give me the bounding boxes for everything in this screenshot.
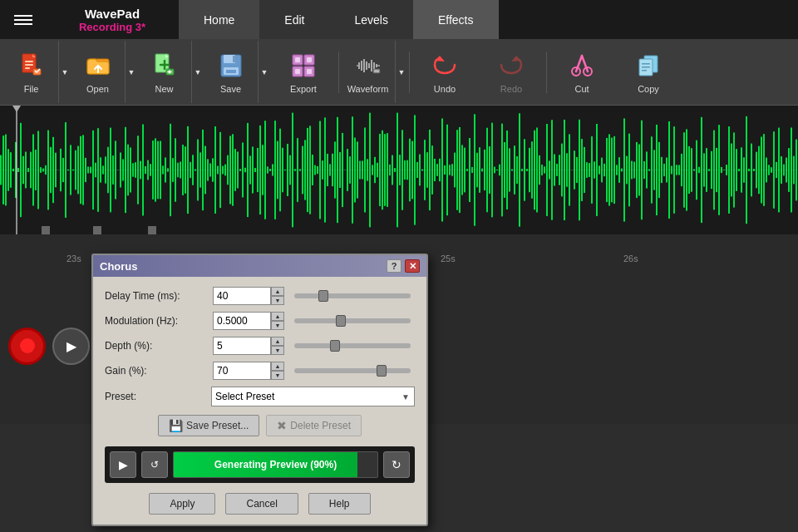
dialog-actions: Apply Cancel Help (105, 493, 415, 515)
gain-slider[interactable] (294, 368, 411, 373)
dialog-title: Chorus (100, 260, 138, 273)
modulation-thumb[interactable] (336, 315, 346, 327)
delay-time-label: Delay Time (ms): (105, 290, 213, 302)
modulation-up[interactable]: ▲ (271, 312, 284, 321)
gain-thumb[interactable] (377, 365, 387, 377)
delay-time-up[interactable]: ▲ (271, 287, 284, 296)
preset-row: Preset: Select Preset (105, 387, 415, 406)
dialog-help-button[interactable]: ? (387, 259, 401, 273)
preview-reset-button[interactable]: ↻ (383, 451, 410, 478)
preview-progress-container: Generating Preview (90%) (173, 451, 378, 478)
gain-down[interactable]: ▼ (271, 371, 284, 380)
dialog-body: Delay Time (ms): ▲ ▼ Modulation (Hz): (93, 277, 426, 525)
preview-reset-icon: ↻ (392, 458, 401, 471)
depth-up[interactable]: ▲ (271, 337, 284, 346)
depth-slider[interactable] (294, 343, 411, 348)
save-preset-button[interactable]: 💾 Save Preset... (158, 415, 259, 436)
preset-select[interactable]: Select Preset (211, 387, 415, 406)
depth-down[interactable]: ▼ (271, 346, 284, 355)
modulation-spinners: ▲ ▼ (271, 312, 284, 330)
dialog-overlay: Chorus ? ✕ Delay Time (ms): ▲ ▼ (0, 0, 798, 532)
gain-input-group: ▲ ▼ (213, 362, 411, 380)
modulation-input-group: ▲ ▼ (213, 312, 411, 330)
preset-label: Preset: (105, 391, 211, 402)
depth-row: Depth (%): ▲ ▼ (105, 337, 415, 355)
delay-time-row: Delay Time (ms): ▲ ▼ (105, 287, 415, 305)
delete-preset-button[interactable]: ✖ Delete Preset (266, 415, 362, 436)
modulation-slider[interactable] (294, 318, 411, 323)
apply-button[interactable]: Apply (149, 493, 215, 515)
chorus-dialog: Chorus ? ✕ Delay Time (ms): ▲ ▼ (91, 254, 428, 526)
depth-input-group: ▲ ▼ (213, 337, 411, 355)
delay-time-spinners: ▲ ▼ (271, 287, 284, 305)
delay-time-input-group: ▲ ▼ (213, 287, 411, 305)
delay-time-down[interactable]: ▼ (271, 296, 284, 305)
preview-area: ▶ ↺ Generating Preview (90%) ↻ (105, 446, 415, 483)
dialog-close-button[interactable]: ✕ (405, 259, 420, 273)
modulation-input[interactable] (213, 312, 271, 330)
preview-rewind-button[interactable]: ↺ (141, 451, 168, 478)
gain-label: Gain (%): (105, 365, 213, 377)
gain-input[interactable] (213, 362, 271, 380)
modulation-label: Modulation (Hz): (105, 315, 213, 327)
dialog-titlebar: Chorus ? ✕ (93, 255, 426, 277)
modulation-row: Modulation (Hz): ▲ ▼ (105, 312, 415, 330)
gain-row: Gain (%): ▲ ▼ (105, 362, 415, 380)
gain-up[interactable]: ▲ (271, 362, 284, 371)
depth-spinners: ▲ ▼ (271, 337, 284, 355)
preview-play-icon: ▶ (119, 458, 128, 471)
cancel-button[interactable]: Cancel (225, 493, 298, 515)
preview-progress-text: Generating Preview (90%) (214, 459, 337, 470)
delay-time-input[interactable] (213, 287, 271, 305)
delete-preset-icon: ✖ (277, 419, 287, 432)
modulation-down[interactable]: ▼ (271, 321, 284, 330)
preview-play-button[interactable]: ▶ (110, 451, 136, 478)
delay-time-thumb[interactable] (318, 290, 328, 302)
preset-select-wrapper: Select Preset (211, 387, 415, 406)
depth-thumb[interactable] (330, 340, 340, 352)
help-button[interactable]: Help (308, 493, 371, 515)
preview-rewind-icon: ↺ (150, 459, 159, 470)
preset-buttons: 💾 Save Preset... ✖ Delete Preset (105, 415, 415, 436)
gain-spinners: ▲ ▼ (271, 362, 284, 380)
save-preset-icon: 💾 (169, 419, 183, 432)
dialog-title-buttons: ? ✕ (387, 259, 420, 273)
depth-label: Depth (%): (105, 340, 213, 352)
depth-input[interactable] (213, 337, 271, 355)
delay-time-slider[interactable] (294, 293, 411, 298)
